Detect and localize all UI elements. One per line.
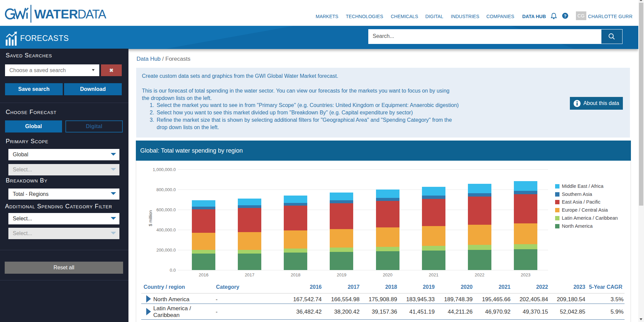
svg-text:DATA: DATA — [77, 7, 107, 21]
svg-text:?: ? — [564, 13, 567, 18]
svg-text:WATER: WATER — [34, 7, 78, 21]
